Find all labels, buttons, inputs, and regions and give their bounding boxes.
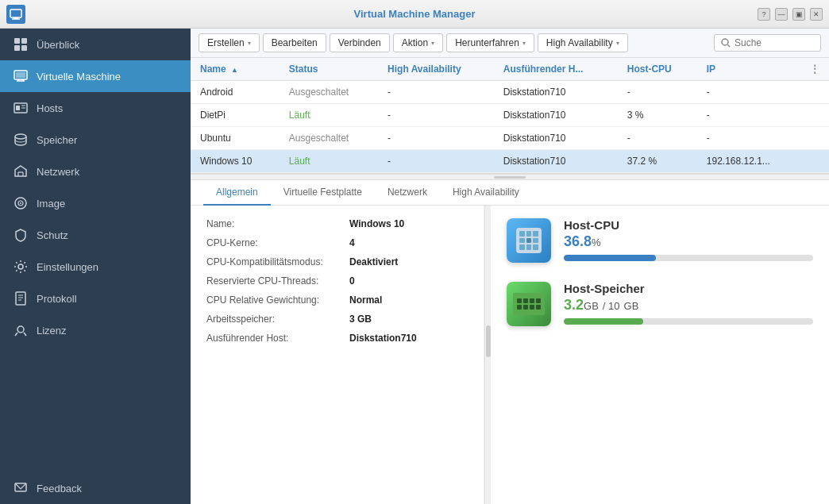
sidebar-item-feedback[interactable]: Feedback [0,472,191,504]
window-controls[interactable]: ? — ▣ ✕ [758,8,823,21]
herunterfahren-arrow: ▾ [522,40,526,47]
cell-name: Ubuntu [191,127,280,150]
detail-value: Deaktiviert [349,256,398,267]
svg-rect-13 [16,106,20,110]
aktion-button[interactable]: Aktion ▾ [393,33,443,52]
sidebar-item-speicher[interactable]: Speicher [0,124,191,156]
sidebar-label-netzwerk: Netzwerk [37,166,79,178]
herunterfahren-button[interactable]: Herunterfahren ▾ [446,33,534,52]
bearbeiten-label: Bearbeiten [272,37,318,48]
tab-ha[interactable]: High Availability [440,180,532,206]
maximize-button[interactable]: ▣ [792,8,805,21]
svg-line-31 [24,333,26,336]
svg-marker-17 [15,166,26,176]
svg-rect-6 [21,45,27,51]
cell-more [800,127,829,150]
cell-host: Diskstation710 [494,127,618,150]
sidebar-label-feedback: Feedback [37,483,82,494]
memory-widget: Host-Speicher 3.2GB / 10 GB [507,282,813,326]
cell-ip: 192.168.12.1... [697,150,800,173]
feedback-icon [13,480,29,496]
tab-allgemein[interactable]: Allgemein [203,180,271,206]
protection-icon [13,227,29,243]
tab-festplatte[interactable]: Virtuelle Festplatte [271,180,375,206]
minimize-button[interactable]: ? [758,8,770,21]
hosts-icon [13,100,29,116]
sidebar: Überblick Virtuelle Maschine [0,29,191,504]
sidebar-item-lizenz[interactable]: Lizenz [0,314,191,346]
col-name[interactable]: Name ▲ [191,58,280,81]
memory-value: 3.2GB / 10 GB [564,297,813,314]
cell-cpu: 37.2 % [618,150,697,173]
col-more[interactable]: ⋮ [800,58,829,81]
verbinden-button[interactable]: Verbinden [330,33,390,52]
sidebar-label-lizenz: Lizenz [37,325,67,337]
cell-ha: - [378,150,494,173]
erstellen-arrow: ▾ [248,40,251,47]
sidebar-label-vm: Virtuelle Maschine [37,71,121,83]
memory-unit: GB [584,300,599,312]
sidebar-item-protokoll[interactable]: Protokoll [0,283,191,314]
splitter[interactable] [191,174,829,180]
search-box[interactable] [714,34,821,52]
cell-ip: - [697,104,800,127]
sidebar-item-uberblick[interactable]: Überblick [0,29,191,60]
detail-row: CPU Relative Gewichtung: Normal [206,294,468,306]
cell-cpu: - [618,127,697,150]
sort-arrow: ▲ [231,66,238,74]
detail-row: CPU-Kerne: 4 [206,237,468,248]
minimize-button2[interactable]: — [775,8,788,21]
detail-value: Windows 10 [349,218,404,229]
detail-label: CPU-Kerne: [206,237,349,248]
sidebar-item-schutz[interactable]: Schutz [0,219,191,251]
sidebar-item-hosts[interactable]: Hosts [0,92,191,124]
detail-value: 4 [349,237,355,248]
col-ip[interactable]: IP [697,58,800,81]
scrollbar-thumb [486,325,491,357]
erstellen-button[interactable]: Erstellen ▾ [199,33,260,52]
sidebar-item-image[interactable]: Image [0,187,191,219]
cell-cpu: - [618,81,697,104]
col-ha[interactable]: High Availability [378,58,494,81]
svg-rect-0 [10,10,21,17]
svg-point-16 [15,134,26,139]
cpu-progress-fill [564,255,656,261]
svg-line-34 [728,45,731,48]
bearbeiten-button[interactable]: Bearbeiten [263,33,326,52]
sidebar-item-virtuelle-maschine[interactable]: Virtuelle Maschine [0,60,191,92]
svg-rect-5 [14,45,20,51]
cell-ha: - [378,81,494,104]
cell-host: Diskstation710 [494,150,618,173]
vm-icon [13,68,29,84]
cpu-widget: Host-CPU 36.8% [507,218,813,263]
app-body: Überblick Virtuelle Maschine [0,29,829,504]
aktion-label: Aktion [402,37,428,48]
detail-scrollbar[interactable] [484,206,491,504]
sidebar-item-einstellungen[interactable]: Einstellungen [0,251,191,283]
ha-button[interactable]: High Availability ▾ [538,33,628,52]
table-row[interactable]: Android Ausgeschaltet - Diskstation710 -… [191,81,829,104]
log-icon [13,290,29,306]
memory-unit2: GB [624,300,639,312]
table-row[interactable]: DietPi Läuft - Diskstation710 3 % - [191,104,829,127]
sidebar-label-schutz: Schutz [37,229,68,241]
main-content: Erstellen ▾ Bearbeiten Verbinden Aktion … [191,29,829,504]
tab-netzwerk[interactable]: Netzwerk [375,180,440,206]
table-row[interactable]: Ubuntu Ausgeschaltet - Diskstation710 - … [191,127,829,150]
sidebar-item-netzwerk[interactable]: Netzwerk [0,156,191,187]
search-input[interactable] [735,37,814,48]
svg-rect-25 [16,292,25,305]
col-status[interactable]: Status [280,58,378,81]
close-button[interactable]: ✕ [810,8,823,21]
col-cpu[interactable]: Host-CPU [618,58,697,81]
col-host[interactable]: Ausführender H... [494,58,618,81]
svg-point-29 [17,326,24,333]
cell-status: Läuft [280,150,378,173]
storage-icon [13,132,29,148]
cell-ip: - [697,81,800,104]
cpu-title: Host-CPU [564,218,813,232]
detail-label: Ausführender Host: [206,333,349,344]
table-row[interactable]: Windows 10 Läuft - Diskstation710 37.2 %… [191,150,829,173]
detail-label: CPU-Kompatibilitätsmodus: [206,256,349,267]
window-title: Virtual Machine Manager [354,8,476,20]
